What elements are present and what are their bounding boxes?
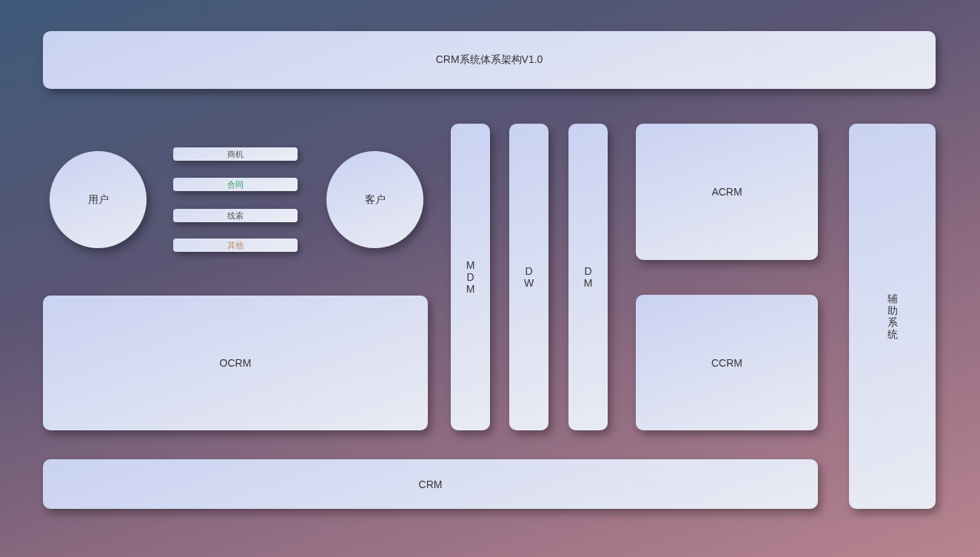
user-circle: 用户	[50, 151, 147, 248]
box-crm: CRM	[43, 459, 818, 509]
customer-label: 客户	[365, 193, 386, 207]
box-fuzhu-label: 辅助系统	[887, 293, 898, 340]
title-bar: CRM系统体系架构V1.0	[43, 31, 936, 89]
box-acrm-label: ACRM	[711, 186, 742, 198]
column-dm: DM	[568, 124, 608, 430]
pill-qita-label: 其他	[227, 240, 244, 251]
column-mdm: MDM	[451, 124, 490, 430]
column-dw: DW	[509, 124, 548, 430]
box-ocrm: OCRM	[43, 296, 428, 430]
box-crm-label: CRM	[419, 478, 443, 490]
pill-hetong: 合同	[173, 178, 298, 191]
pill-xiansuo: 线索	[173, 209, 298, 222]
customer-circle: 客户	[326, 151, 423, 248]
pill-hetong-label: 合同	[227, 179, 244, 190]
pill-xiansuo-label: 线索	[227, 210, 244, 221]
pill-qita: 其他	[173, 239, 298, 252]
box-fuzhu: 辅助系统	[849, 124, 936, 509]
title-text: CRM系统体系架构V1.0	[436, 53, 543, 67]
column-mdm-label: MDM	[466, 259, 475, 295]
box-ccrm: CCRM	[636, 295, 818, 430]
box-ocrm-label: OCRM	[220, 357, 252, 369]
pill-shangji-label: 商机	[227, 149, 244, 160]
column-dw-label: DW	[524, 265, 534, 289]
user-label: 用户	[88, 193, 109, 207]
box-ccrm-label: CCRM	[711, 357, 742, 369]
pill-shangji: 商机	[173, 147, 298, 161]
column-dm-label: DM	[584, 265, 593, 289]
box-acrm: ACRM	[636, 124, 818, 260]
